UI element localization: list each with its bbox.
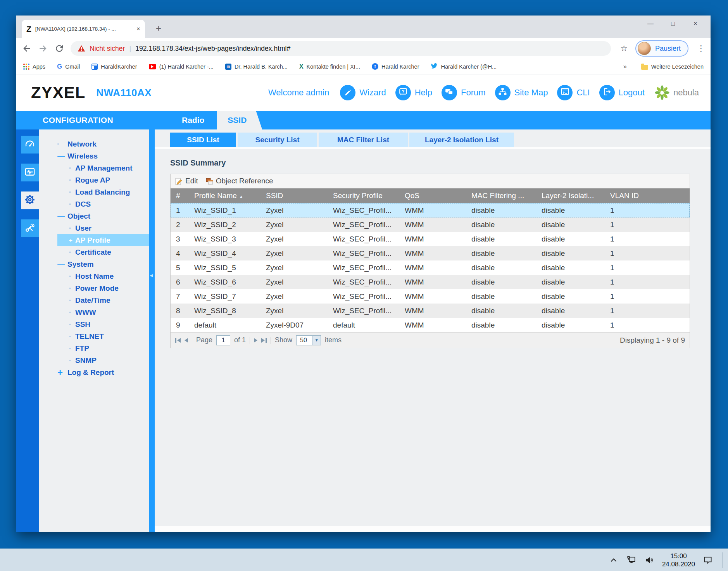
sidebar-item-rogue-ap[interactable]: Rogue AP	[57, 174, 149, 186]
sidebar-item-dcs[interactable]: DCS	[57, 198, 149, 210]
sort-ascending-icon[interactable]: ▲	[239, 194, 243, 199]
collapse-minus-icon[interactable]: —	[57, 260, 67, 269]
sidebar-item-ssh[interactable]: SSH	[57, 318, 149, 330]
rail-monitor-icon[interactable]	[21, 164, 39, 181]
table-row-2[interactable]: 2Wiz_SSID_2ZyxelWiz_SEC_Profil...WMMdisa…	[171, 217, 690, 232]
reload-icon[interactable]	[54, 43, 64, 53]
bookmark-item-apps[interactable]: Apps	[23, 64, 45, 70]
sidebar-item-object[interactable]: —Object	[57, 210, 149, 222]
tab-radio[interactable]: Radio	[169, 111, 217, 129]
rail-maintenance-icon[interactable]	[21, 219, 39, 237]
column-header-security-profile[interactable]: Security Profile	[327, 191, 399, 200]
tray-chevron-up-icon[interactable]	[609, 555, 619, 565]
sidebar-divider[interactable]: ◀	[149, 129, 155, 532]
sidebar-item-ftp[interactable]: FTP	[57, 342, 149, 354]
bookmark-item-1-harald-karcher[interactable]: (1) Harald Karcher -...	[149, 64, 214, 70]
profile-button[interactable]: Pausiert	[635, 40, 688, 57]
header-nav-wizard[interactable]: Wizard	[340, 85, 386, 100]
column-header-layer-2-isolati[interactable]: Layer-2 Isolati...	[535, 191, 604, 200]
subtab-ssid-list[interactable]: SSID List	[170, 133, 236, 147]
collapse-minus-icon[interactable]: —	[57, 152, 67, 160]
nebula-link[interactable]: nebula	[654, 85, 699, 101]
sidebar-item-power-mode[interactable]: Power Mode	[57, 282, 149, 294]
browser-menu-icon[interactable]: ⋮	[697, 44, 705, 53]
sidebar-item-load-balancing[interactable]: Load Balancing	[57, 186, 149, 198]
bookmarks-overflow-icon[interactable]: »	[623, 63, 626, 71]
sidebar-item-date-time[interactable]: Date/Time	[57, 294, 149, 306]
taskbar-clock[interactable]: 15:00 24.08.2020	[662, 552, 695, 568]
bookmark-star-icon[interactable]: ☆	[620, 44, 628, 53]
table-row-7[interactable]: 7Wiz_SSID_7ZyxelWiz_SEC_Profil...WMMdisa…	[171, 289, 690, 304]
sidebar-item-ap-profile[interactable]: +AP Profile	[57, 234, 149, 246]
column-header-ssid[interactable]: SSID	[260, 191, 327, 200]
edit-button[interactable]: Edit	[175, 177, 198, 185]
object-reference-button[interactable]: Object Reference	[206, 177, 273, 185]
action-center-icon[interactable]	[703, 555, 713, 565]
page-number-input[interactable]	[216, 335, 230, 345]
next-page-icon[interactable]	[254, 338, 257, 343]
bookmark-item-gmail[interactable]: GGmail	[57, 63, 80, 71]
forward-icon[interactable]	[38, 43, 48, 53]
dropdown-arrow-icon[interactable]: ▼	[312, 336, 321, 345]
sidebar-item-network[interactable]: Network	[57, 138, 149, 150]
column-header-qos[interactable]: QoS	[399, 191, 465, 200]
column-header-mac-filtering[interactable]: MAC Filtering ...	[465, 191, 535, 200]
column-header-vlan-id[interactable]: VLAN ID	[604, 191, 690, 200]
not-secure-warning-icon[interactable]	[78, 45, 85, 52]
sidebar-item-certificate[interactable]: Certificate	[57, 246, 149, 258]
bookmark-item-haraldkarcher[interactable]: HaraldKarcher	[91, 64, 137, 70]
header-nav-cli[interactable]: CLI	[557, 85, 590, 100]
bookmark-item-harald-karcher-h[interactable]: Harald Karcher (@H...	[431, 63, 497, 70]
sidebar-item-host-name[interactable]: Host Name	[57, 270, 149, 282]
subtab-security-list[interactable]: Security List	[238, 133, 317, 147]
sidebar-item-snmp[interactable]: SNMP	[57, 354, 149, 366]
first-page-icon[interactable]	[175, 338, 181, 343]
column-header-[interactable]: #	[171, 191, 188, 200]
sidebar-item-wireless[interactable]: —Wireless	[57, 150, 149, 162]
show-desktop-button[interactable]	[722, 552, 723, 568]
sidebar-item-telnet[interactable]: TELNET	[57, 330, 149, 342]
browser-tab[interactable]: Z [NWA110AX] (192.168.178.34) - ... ×	[22, 20, 145, 38]
tray-network-icon[interactable]	[626, 555, 637, 565]
minimize-button[interactable]: —	[639, 20, 662, 27]
new-tab-button[interactable]: +	[153, 22, 164, 34]
sidebar-item-system[interactable]: —System	[57, 258, 149, 270]
collapse-minus-icon[interactable]: —	[57, 212, 67, 221]
header-nav-forum[interactable]: Forum	[442, 85, 486, 100]
table-row-9[interactable]: 9defaultZyxel-9D07defaultWMMdisabledisab…	[171, 318, 690, 332]
subtab-mac-filter-list[interactable]: MAC Filter List	[319, 133, 408, 147]
tray-volume-icon[interactable]	[644, 555, 654, 565]
bookmark-item-harald-karcher[interactable]: fHarald Karcher	[372, 63, 419, 70]
expand-plus-icon[interactable]: +	[57, 368, 67, 377]
table-row-1[interactable]: 1Wiz_SSID_1ZyxelWiz_SEC_Profil...WMMdisa…	[171, 203, 690, 217]
sidebar-collapse-icon[interactable]: ◀	[150, 273, 153, 278]
back-icon[interactable]	[22, 43, 32, 53]
table-row-8[interactable]: 8Wiz_SSID_8ZyxelWiz_SEC_Profil...WMMdisa…	[171, 304, 690, 318]
sidebar-item-user[interactable]: User	[57, 222, 149, 234]
sidebar-item-www[interactable]: WWW	[57, 306, 149, 318]
previous-page-icon[interactable]	[185, 338, 188, 343]
table-row-5[interactable]: 5Wiz_SSID_5ZyxelWiz_SEC_Profil...WMMdisa…	[171, 260, 690, 275]
tab-ssid[interactable]: SSID	[217, 111, 262, 129]
more-bookmarks-button[interactable]: Weitere Lesezeichen	[641, 64, 704, 70]
table-row-6[interactable]: 6Wiz_SSID_6ZyxelWiz_SEC_Profil...WMMdisa…	[171, 275, 690, 289]
header-nav-site-map[interactable]: Site Map	[495, 85, 548, 100]
table-row-4[interactable]: 4Wiz_SSID_4ZyxelWiz_SEC_Profil...WMMdisa…	[171, 246, 690, 260]
page-size-select[interactable]: 50 ▼	[296, 335, 321, 345]
header-nav-help[interactable]: ?Help	[395, 85, 432, 100]
address-bar[interactable]: Nicht sicher | 192.168.178.34/ext-js/web…	[71, 41, 611, 56]
expand-plus-icon[interactable]: +	[69, 237, 75, 243]
column-header-profile-name[interactable]: Profile Name▲	[188, 191, 260, 200]
maximize-button[interactable]: □	[662, 20, 684, 27]
table-row-3[interactable]: 3Wiz_SSID_3ZyxelWiz_SEC_Profil...WMMdisa…	[171, 232, 690, 246]
sidebar-item-log-report[interactable]: +Log & Report	[57, 366, 149, 378]
last-page-icon[interactable]	[261, 338, 267, 343]
header-nav-logout[interactable]: Logout	[599, 85, 645, 100]
url-text[interactable]: 192.168.178.34/ext-js/web-pages/index/in…	[135, 45, 604, 53]
rail-configuration-gear-icon[interactable]	[21, 191, 39, 209]
bookmark-item-kontakte-finden-xi[interactable]: XKontakte finden | XI...	[299, 63, 360, 70]
close-button[interactable]: ×	[684, 20, 707, 27]
tab-close-icon[interactable]: ×	[136, 25, 140, 33]
subtab-layer-2-isolation-list[interactable]: Layer-2 Isolation List	[409, 133, 514, 147]
rail-dashboard-icon[interactable]	[21, 136, 39, 154]
